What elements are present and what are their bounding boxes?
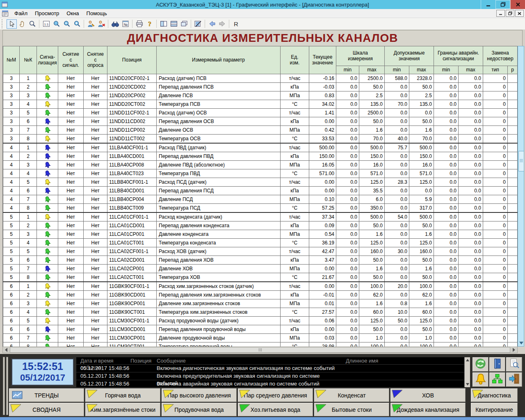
table-vertical-scrollbar[interactable]: [518, 46, 524, 347]
splitter-handle[interactable]: [3, 357, 5, 415]
zoom-region-icon[interactable]: [51, 19, 62, 29]
h-scroll-left-arrow[interactable]: [3, 347, 9, 353]
table-horizontal-scrollbar[interactable]: [2, 347, 518, 353]
nav-button-тренды[interactable]: ТРЕНДЫ: [9, 388, 84, 402]
nav-button-хов[interactable]: ХОВ: [390, 388, 466, 402]
event-row[interactable]: 05.12.2017 15:48:56Включена аварийная зв…: [76, 380, 470, 388]
child-close-button[interactable]: [515, 10, 524, 17]
channel-row[interactable]: 62НетНет11GBK90CD001Перепад давления хим…: [3, 291, 518, 299]
nav-button-квитирование[interactable]: Квитирование: [471, 403, 518, 416]
blue-bell-icon: [37, 265, 58, 273]
channel-row[interactable]: 58НетНет11LCA02CT001Температура ХОВ°С21.…: [3, 273, 518, 282]
channel-row[interactable]: 68НетНет11LCM30CT001Температура продувоч…: [3, 342, 518, 347]
channel-row[interactable]: 48НетНет11LBB40CT009Температура ПСД°С57.…: [3, 204, 518, 213]
channel-row[interactable]: 47НетНет11LBB40CP004Давление ПСДМПа0.100…: [3, 195, 518, 204]
channel-row[interactable]: 61НетНет11GBK90CF001-1Расход хим.загрязн…: [3, 282, 518, 291]
channel-row[interactable]: 36НетНет11NDD11CD002Перепад давления ОСВ…: [3, 117, 518, 126]
child-restore-button[interactable]: [506, 10, 514, 17]
nav-button-дождевая-канализация[interactable]: Дождевая канализация: [390, 403, 466, 416]
nav-button-пар-среднего-давления[interactable]: Пар среднего давления: [238, 388, 313, 402]
window-minimize-button[interactable]: [481, 0, 495, 9]
channel-row[interactable]: 45НетНет11LBB40CF001-1Расход ПСД (датчик…: [3, 178, 518, 187]
preview-button[interactable]: [506, 357, 522, 372]
channel-row[interactable]: 43НетНет11LBA40CP008Давление ПВД (абсолю…: [3, 161, 518, 169]
v-scroll-down-arrow[interactable]: [519, 342, 523, 345]
event-log-scrollbar[interactable]: [464, 357, 470, 387]
splitter-handle[interactable]: [6, 357, 8, 415]
user-delete-icon[interactable]: [96, 19, 106, 29]
journal-button[interactable]: [489, 357, 505, 372]
v-scroll-thumb[interactable]: [518, 151, 524, 171]
help-icon[interactable]: ?: [144, 19, 155, 29]
h-scroll-right-arrow[interactable]: [511, 347, 517, 353]
channel-row[interactable]: 55НетНет11LCA02CF001-1Расход ХОВ (датчик…: [3, 247, 518, 256]
channel-row[interactable]: 46НетНет11LBB40CD001Перепад давления ПСД…: [3, 187, 518, 195]
channel-row[interactable]: 41НетНет11LBA40CF001-1Расход ПВД (датчик…: [3, 143, 518, 152]
event-row[interactable]: 05.12.2017 15:48:56Включена предупредите…: [76, 372, 470, 380]
layers-toggle-icon[interactable]: [193, 19, 203, 29]
alarm-bell-button[interactable]: [472, 372, 488, 387]
channel-row[interactable]: 63НетНет11GBK90CP001Давление хим.загрязн…: [3, 299, 518, 308]
menu-windows[interactable]: Окна: [63, 9, 82, 17]
split-vertical-icon[interactable]: [158, 19, 169, 29]
channel-row[interactable]: 67НетНет11LCM30CP001Давление продувочной…: [3, 334, 518, 342]
user-edit-icon[interactable]: [86, 19, 96, 29]
channel-row[interactable]: 56НетНет11LCA02CD001Перепад давления ХОВ…: [3, 256, 518, 265]
channel-row[interactable]: 53НетНет11LCA01CP001Давление конденсатаМ…: [3, 230, 518, 239]
channel-row[interactable]: 32НетНет11NDD20CD002Перепад давления ПСВ…: [3, 83, 518, 91]
channel-row[interactable]: 52НетНет11LCA01CD001Перепад давления кон…: [3, 221, 518, 230]
channel-row[interactable]: 66НетНет11LCM30CD001Перепад давления про…: [3, 325, 518, 334]
channel-row[interactable]: 51НетНет11LCA01CF001-1Расход конденсата …: [3, 212, 518, 221]
nav-button-бытовые-стоки[interactable]: Бытовые стоки: [314, 403, 389, 416]
r-tool[interactable]: R: [231, 19, 241, 29]
number-document-icon[interactable]: №: [120, 19, 130, 29]
h-scroll-thumb[interactable]: [10, 347, 510, 353]
nav-button-хоз-питьевая-вода[interactable]: Хоз.питьевая вода: [238, 403, 313, 416]
zoom-in-icon[interactable]: [72, 19, 82, 29]
menu-help[interactable]: Помощь: [83, 9, 111, 17]
print-icon[interactable]: [134, 19, 144, 29]
menu-file[interactable]: Файл: [11, 9, 31, 17]
find-binoculars-icon[interactable]: [110, 19, 120, 29]
channel-row[interactable]: 34НетНет11NDD20CT002Температура ПСВ°С34.…: [3, 100, 518, 109]
channel-row[interactable]: 31НетНет11NDD20CF002-1Расход (датчик) ПС…: [3, 74, 518, 83]
event-scroll-up-arrow[interactable]: [466, 359, 469, 361]
back-icon[interactable]: [207, 19, 217, 29]
nav-button-конденсат[interactable]: Конденсат: [314, 388, 389, 402]
channel-row[interactable]: 44НетНет11LBA40CT023Температура ПВД°С571…: [3, 169, 518, 178]
cascade-windows-icon[interactable]: [179, 19, 189, 29]
nav-button-продувочная-вода[interactable]: Продувочная вода: [162, 403, 237, 416]
network-button[interactable]: [489, 372, 505, 387]
channel-row[interactable]: 42НетНет11LBA40CD001Перепад давления ПВД…: [3, 152, 518, 161]
toolbar-grip[interactable]: [2, 19, 5, 28]
nav-button-диагностика[interactable]: Диагностика: [471, 388, 518, 402]
nav-button-сводная[interactable]: СВОДНАЯ: [9, 403, 84, 416]
forward-icon[interactable]: [217, 19, 227, 29]
pointer-tool-icon[interactable]: [7, 19, 17, 29]
channel-row[interactable]: 64НетНет11GBK90CT001Температура хим.загр…: [3, 308, 518, 317]
channel-row[interactable]: 33НетНет11NDD20CP002Давление ПСВМПа0.830…: [3, 91, 518, 100]
channel-row[interactable]: 57НетНет11LCA02CP001Давление ХОВМПа0.000…: [3, 265, 518, 273]
cell: 11LCA01CF001-1: [107, 212, 157, 221]
window-close-button[interactable]: [510, 0, 525, 9]
actual-size-icon[interactable]: 1:1: [41, 19, 51, 29]
channel-row[interactable]: 65НетНет11LCM30CF001-1Расход продувочной…: [3, 317, 518, 325]
refresh-button[interactable]: [472, 357, 488, 372]
nav-button-пар-высокого-давления[interactable]: Пар высокого давления: [162, 388, 237, 402]
event-row[interactable]: 05.12.2017 15:48:56Включена диагностичес…: [76, 364, 470, 372]
event-scroll-down-arrow[interactable]: [466, 383, 469, 386]
channel-row[interactable]: 38НетНет11NDD11CT002Температура ОСВ°С33.…: [3, 135, 518, 144]
window-restore-button[interactable]: [495, 0, 510, 9]
zoom-tool-icon[interactable]: [27, 19, 37, 29]
child-minimize-button[interactable]: [496, 10, 505, 17]
split-horizontal-icon[interactable]: [169, 19, 179, 29]
nav-button-хим-загрязнённые-стоки[interactable]: Хим.загрязнённые стоки: [85, 403, 160, 416]
nav-button-горячая-вода[interactable]: Горячая вода: [85, 388, 160, 402]
zoom-out-icon[interactable]: [62, 19, 72, 29]
exit-button[interactable]: [506, 372, 522, 387]
channel-row[interactable]: 54НетНет11LCA01CT001Температура конденса…: [3, 239, 518, 247]
pan-hand-icon[interactable]: [17, 19, 27, 29]
menu-view[interactable]: Просмотр: [31, 9, 63, 17]
channel-row[interactable]: 35НетНет11NDD11CF002-1Расход (датчик) ОС…: [3, 109, 518, 117]
channel-row[interactable]: 37НетНет11NDD11CP002Давление ОСВМПа0.420…: [3, 126, 518, 135]
